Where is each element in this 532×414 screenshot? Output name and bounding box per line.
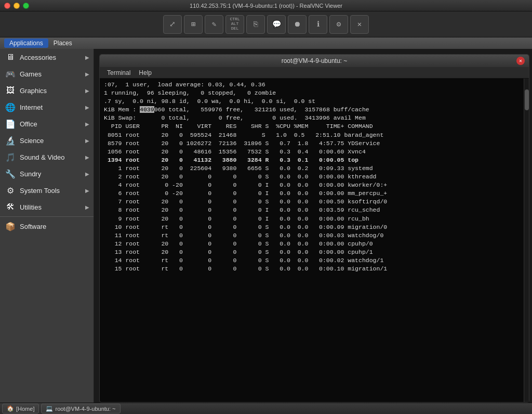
sidebar-item-system-tools[interactable]: ⚙ System Tools ▶ (0, 182, 94, 199)
terminal-line: 8579 root 20 0 1026272 72136 31896 S 0.7… (104, 139, 520, 148)
applications-menu[interactable]: Applications (4, 38, 48, 48)
record-button[interactable]: ⏺ (288, 15, 307, 34)
taskbar-home-label: [Home] (16, 406, 34, 412)
taskbar-terminal-label: root@VM-4-9-ubuntu: ~ (55, 406, 115, 412)
fit-button[interactable]: ⊞ (184, 15, 203, 34)
title-bar: 110.42.253.75:1 (VM-4-9-ubuntu:1 (root))… (0, 0, 532, 11)
terminal-line: 15 root rt 0 0 0 0 S 0.0 0.0 0:00.10 mig… (104, 265, 520, 273)
system-tools-icon: ⚙ (5, 185, 16, 196)
utilities-icon: 🛠 (5, 202, 16, 212)
terminal-line: 7 root 20 0 0 0 0 S 0.0 0.0 0:00.50 ksof… (104, 198, 520, 206)
terminal-help-menu[interactable]: Help (135, 68, 156, 77)
terminal-line: 4 root 0 -20 0 0 0 I 0.0 0.0 0:00.00 kwo… (104, 181, 520, 189)
arrow-icon: ▶ (85, 154, 89, 160)
sidebar-item-sundry[interactable]: 🔧 Sundry ▶ (0, 165, 94, 182)
terminal-line: 10 root rt 0 0 0 0 S 0.0 0.0 0:00.09 mig… (104, 223, 520, 231)
info-button[interactable]: ℹ (309, 15, 327, 34)
terminal-line: KiB Swap: 0 total, 0 free, 0 used. 34139… (104, 114, 520, 122)
chat-button[interactable]: 💬 (267, 15, 286, 34)
cursor-highlight: 4039 (140, 106, 154, 113)
sidebar-item-science[interactable]: 🔬 Science ▶ (0, 132, 94, 149)
sidebar-item-label: Office (20, 120, 37, 128)
internet-icon: 🌐 (5, 102, 16, 112)
arrow-icon: ▶ (85, 55, 89, 60)
arrow-icon: ▶ (85, 171, 89, 177)
sidebar-item-label: Science (20, 137, 44, 145)
terminal-titlebar: root@VM-4-9-ubuntu: ~ ✕ (100, 55, 529, 67)
fullscreen-button[interactable]: ⤢ (163, 15, 182, 34)
sidebar-item-label: Graphics (20, 87, 47, 95)
terminal-line: :07, 1 user, load average: 0.03, 0.44, 0… (104, 81, 520, 89)
arrow-icon: ▶ (85, 138, 89, 144)
sidebar-item-games[interactable]: 🎮 Games ▶ (0, 66, 94, 82)
science-icon: 🔬 (5, 135, 16, 146)
places-menu[interactable]: Places (48, 38, 77, 48)
sidebar-item-label: Games (20, 70, 42, 78)
terminal-title: root@VM-4-9-ubuntu: ~ (282, 57, 348, 64)
sidebar-item-software[interactable]: 📦 Software (0, 218, 94, 235)
minimize-button[interactable] (14, 3, 20, 9)
terminal-line: PID USER PR NI VIRT RES SHR S %CPU %MEM … (104, 122, 520, 131)
terminal-line: 1 root 20 0 225604 9380 6656 S 0.0 0.2 0… (104, 164, 520, 173)
arrow-icon: ▶ (85, 204, 89, 210)
sidebar-item-label: Accessories (20, 54, 56, 61)
window-title: 110.42.253.75:1 (VM-4-9-ubuntu:1 (root))… (190, 3, 342, 9)
accessories-icon: 🖥 (5, 52, 16, 62)
sound-video-icon: 🎵 (5, 152, 16, 162)
clipboard-button[interactable]: ⎘ (246, 15, 265, 34)
terminal-scrollbar[interactable] (524, 79, 529, 402)
sidebar: 🖥 Accessories ▶ 🎮 Games ▶ 🖼 Graphics ▶ 🌐… (0, 49, 94, 403)
terminal-area: root@VM-4-9-ubuntu: ~ ✕ Terminal Help :0… (94, 49, 532, 403)
terminal-line: 1394 root 20 0 41132 3880 3284 R 0.3 0.1… (104, 156, 520, 164)
sidebar-item-label: Internet (20, 104, 43, 111)
arrow-icon: ▶ (85, 105, 89, 110)
sidebar-item-sound-video[interactable]: 🎵 Sound & Video ▶ (0, 149, 94, 165)
terminal-line: 2 root 20 0 0 0 0 S 0.0 0.0 0:00.00 kthr… (104, 173, 520, 181)
software-icon: 📦 (5, 221, 16, 231)
terminal-window: root@VM-4-9-ubuntu: ~ ✕ Terminal Help :0… (99, 54, 529, 403)
arrow-icon: ▶ (85, 188, 89, 193)
terminal-line: 11 root rt 0 0 0 0 S 0.0 0.0 0:00.03 wat… (104, 231, 520, 240)
office-icon: 📄 (5, 119, 16, 129)
sidebar-item-graphics[interactable]: 🖼 Graphics ▶ (0, 82, 94, 99)
arrow-icon: ▶ (85, 71, 89, 77)
disconnect-button[interactable]: ✕ (350, 15, 369, 34)
terminal-menu-item[interactable]: Terminal (103, 68, 135, 77)
terminal-line: 8051 root 20 0 595524 21468 S 1.0 0.5 2:… (104, 131, 520, 139)
sidebar-item-label: System Tools (20, 187, 60, 195)
ctrl-alt-del-button[interactable]: CTRLALTDEL (225, 15, 244, 34)
settings-button[interactable]: ⚙ (329, 15, 348, 34)
pen-button[interactable]: ✎ (205, 15, 223, 34)
sidebar-divider (0, 216, 94, 217)
terminal-body: :07, 1 user, load average: 0.03, 0.44, 0… (100, 79, 529, 402)
games-icon: 🎮 (5, 69, 16, 79)
arrow-icon: ▶ (85, 88, 89, 94)
terminal-menubar: Terminal Help (100, 67, 529, 79)
maximize-button[interactable] (23, 3, 29, 9)
graphics-icon: 🖼 (5, 85, 16, 96)
terminal-line: 1 running, 96 sleeping, 0 stopped, 0 zom… (104, 89, 520, 97)
sidebar-item-label: Software (20, 223, 46, 230)
toolbar: ⤢ ⊞ ✎ CTRLALTDEL ⎘ 💬 ⏺ ℹ ⚙ ✕ (0, 11, 532, 37)
sidebar-item-label: Utilities (20, 203, 42, 211)
terminal-close-button[interactable]: ✕ (516, 57, 525, 65)
menu-bar: Applications Places (0, 37, 532, 49)
taskbar-terminal[interactable]: 💻 root@VM-4-9-ubuntu: ~ (41, 404, 120, 413)
scroll-thumb[interactable] (525, 89, 529, 110)
close-button[interactable] (4, 3, 10, 9)
terminal-line: .7 sy, 0.0 ni, 98.8 id, 0.0 wa, 0.0 hi, … (104, 97, 520, 106)
sidebar-item-utilities[interactable]: 🛠 Utilities ▶ (0, 199, 94, 215)
terminal-line: 9 root 20 0 0 0 0 I 0.0 0.0 0:00.00 rcu_… (104, 215, 520, 223)
taskbar: 🏠 [Home] 💻 root@VM-4-9-ubuntu: ~ (0, 403, 532, 414)
terminal-line: 6 root 0 -20 0 0 0 I 0.0 0.0 0:00.00 mm_… (104, 189, 520, 198)
main-area: 🖥 Accessories ▶ 🎮 Games ▶ 🖼 Graphics ▶ 🌐… (0, 49, 532, 403)
sundry-icon: 🔧 (5, 169, 16, 179)
terminal-content[interactable]: :07, 1 user, load average: 0.03, 0.44, 0… (100, 79, 524, 402)
window-controls (4, 3, 29, 9)
sidebar-item-internet[interactable]: 🌐 Internet ▶ (0, 99, 94, 115)
terminal-line: 1056 root 20 0 48616 15356 7532 S 0.3 0.… (104, 148, 520, 156)
sidebar-item-accessories[interactable]: 🖥 Accessories ▶ (0, 49, 94, 66)
sidebar-item-office[interactable]: 📄 Office ▶ (0, 115, 94, 132)
sidebar-item-label: Sundry (20, 170, 41, 178)
taskbar-home[interactable]: 🏠 [Home] (2, 404, 39, 413)
